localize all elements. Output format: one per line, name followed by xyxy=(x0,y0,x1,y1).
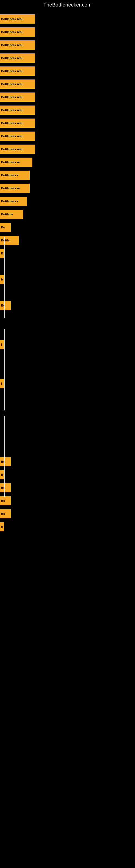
bar-item: Bottleneck resu xyxy=(0,145,35,154)
bar-item: Bottleneck resu xyxy=(0,93,35,102)
bar-item: Bottleneck resu xyxy=(0,27,35,37)
bar-item: Bottleneck resu xyxy=(0,119,35,128)
bar-item: | xyxy=(0,379,4,388)
bar-item: Bo xyxy=(0,496,11,505)
bar-item: Bottle xyxy=(0,236,19,245)
bar-item: B xyxy=(0,470,4,479)
bar-item: Bottleneck resu xyxy=(0,80,35,89)
bar-item: | xyxy=(0,340,4,349)
bar-item: Bottleneck re xyxy=(0,158,32,167)
vertical-line xyxy=(4,237,5,318)
bar-item: b xyxy=(0,275,4,284)
vertical-line xyxy=(4,329,5,410)
bar-item: Bottlene xyxy=(0,210,23,219)
bar-item: B xyxy=(0,522,4,531)
bar-item: Bottleneck resu xyxy=(0,131,35,141)
bar-item: Bottleneck resu xyxy=(0,54,35,63)
bar-item: Bottleneck r xyxy=(0,170,30,180)
bar-item: Bottleneck resu xyxy=(0,14,35,24)
bar-item: Bottleneck resu xyxy=(0,66,35,76)
bar-item: Bo xyxy=(0,509,11,518)
bar-item: Bottleneck re xyxy=(0,184,30,193)
site-title: TheBottlenecker.com xyxy=(0,0,135,9)
chart-area: Bottleneck resuBottleneck resuBottleneck… xyxy=(0,9,135,866)
bar-item: Bo xyxy=(0,457,11,466)
bar-item: Bottleneck r xyxy=(0,197,27,206)
bar-item: B xyxy=(0,249,4,258)
bar-item: Bo xyxy=(0,301,11,310)
bar-item: Bo xyxy=(0,483,11,492)
bar-item: Bo xyxy=(0,223,11,232)
bar-item: Bottleneck resu xyxy=(0,40,35,50)
bar-item: Bottleneck resu xyxy=(0,105,35,115)
vertical-line xyxy=(4,416,5,497)
